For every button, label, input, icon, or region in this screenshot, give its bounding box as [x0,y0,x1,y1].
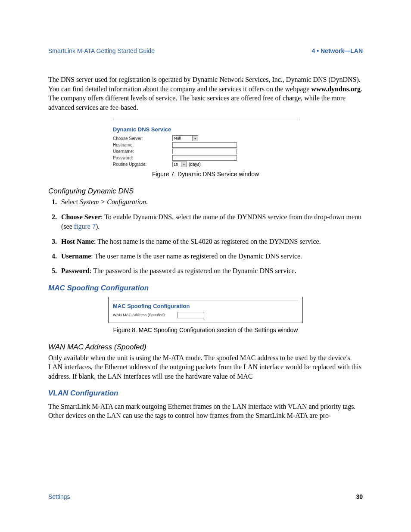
routine-upgrade-select[interactable]: 15 ▼ [172,162,187,167]
vlan-heading: VLAN Configuration [48,389,363,398]
configuring-dns-steps: Select System > Configuration. Choose Se… [48,197,363,276]
figure-8-panel: MAC Spoofing Configuration WAN MAC Addre… [108,297,303,323]
choose-server-value: Null [174,136,181,140]
step-5: Password: The password is the password a… [59,266,363,276]
footer-page-number: 30 [356,493,363,500]
mac-spoofing-heading: MAC Spoofing Configuration [48,284,363,292]
figure-8-title: MAC Spoofing Configuration [113,303,298,309]
step-5-bold: Password [61,267,90,274]
label-choose-server: Choose Server: [113,136,172,141]
step-4: Username: The user name is the user name… [59,252,363,261]
label-username: Username: [113,149,172,154]
routine-upgrade-value: 15 [174,162,178,167]
step-3-bold: Host Name [61,238,94,245]
footer-left: Settings [48,493,70,500]
row-choose-server: Choose Server: Null ▼ [113,135,298,141]
figure-8-caption: Figure 8. MAC Spoofing Configuration sec… [48,327,363,333]
label-password: Password: [113,156,172,160]
hostname-input[interactable] [172,142,237,148]
step-4-text: : The user name is the user name as regi… [91,252,302,260]
intro-url: www.dyndns.org [311,85,361,93]
intro-paragraph: The DNS server used for registration is … [48,75,363,112]
username-input[interactable] [172,149,237,154]
row-hostname: Hostname: [113,142,298,148]
days-text: (days) [189,162,201,167]
page-footer: Settings 30 [48,493,363,500]
figure-7-panel: Dynamic DNS Service Choose Server: Null … [113,120,298,167]
configuring-dns-heading: Configuring Dynamic DNS [48,187,363,196]
row-routine-upgrade: Routine Upgrade: 15 ▼ (days) [113,162,298,167]
password-input[interactable] [172,155,237,161]
row-password: Password: [113,155,298,161]
row-username: Username: [113,149,298,154]
wan-mac-paragraph: Only available when the unit is using th… [48,353,363,381]
step-1-path: System > Configuration [80,198,146,205]
step-3: Host Name: The host name is the name of … [59,237,363,246]
step-1-pre: Select [61,198,80,205]
chevron-down-icon: ▼ [192,136,198,141]
choose-server-select[interactable]: Null ▼ [172,135,198,141]
step-3-text: : The host name is the name of the SL402… [94,238,321,245]
figure-7-caption: Figure 7. Dynamic DNS Service window [48,171,363,177]
label-routine-upgrade: Routine Upgrade: [113,162,172,167]
header-left: SmartLink M-ATA Getting Started Guide [48,47,155,54]
wan-mac-input[interactable] [177,312,204,318]
label-wan-mac: WAN MAC Address (Spoofed): [113,313,177,317]
row-wan-mac: WAN MAC Address (Spoofed): [113,312,298,318]
step-1: Select System > Configuration. [59,197,363,207]
chevron-down-icon: ▼ [181,162,187,167]
figure-7-link[interactable]: figure 7 [74,223,96,230]
vlan-paragraph: The SmartLink M-ATA can mark outgoing Et… [48,402,363,420]
figure-7-title: Dynamic DNS Service [113,126,298,133]
step-1-post: . [146,198,148,205]
label-hostname: Hostname: [113,143,172,147]
wan-mac-subheading: WAN MAC Address (Spoofed) [48,343,363,352]
step-4-bold: Username [61,252,91,260]
step-2-after: ). [96,223,100,230]
step-5-text: : The password is the password as regist… [90,267,296,274]
step-2: Choose Sever: To enable DynamicDNS, sele… [59,212,363,232]
page-header: SmartLink M-ATA Getting Started Guide 4 … [48,47,363,54]
header-right: 4 • Network—LAN [312,47,363,54]
step-2-bold: Choose Sever [61,213,101,221]
step-2-text: : To enable DynamicDNS, select the name … [61,213,361,230]
